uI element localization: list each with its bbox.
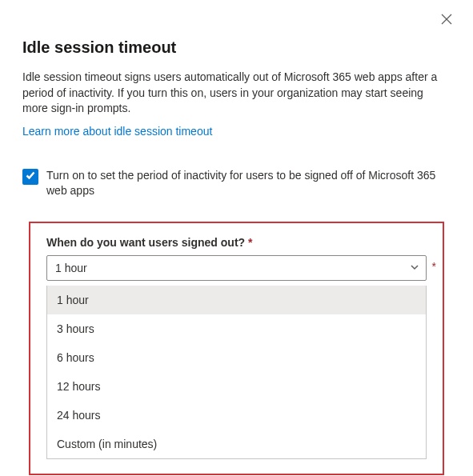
enable-checkbox[interactable]	[22, 169, 38, 185]
dropdown-option-24-hours[interactable]: 24 hours	[47, 401, 426, 430]
dropdown-option-6-hours[interactable]: 6 hours	[47, 343, 426, 372]
enable-checkbox-row: Turn on to set the period of inactivity …	[22, 168, 451, 199]
close-button[interactable]	[438, 11, 455, 29]
description-text: Idle session timeout signs users automat…	[22, 70, 451, 117]
timeout-select-value: 1 hour	[55, 262, 87, 274]
chevron-down-icon	[410, 262, 419, 274]
required-indicator-outer: *	[432, 260, 436, 273]
timeout-field-label: When do you want users signed out? *	[46, 236, 427, 249]
timeout-select[interactable]: 1 hour	[46, 255, 427, 281]
dropdown-option-1-hour[interactable]: 1 hour	[47, 286, 426, 314]
dropdown-option-custom[interactable]: Custom (in minutes)	[47, 430, 426, 458]
timeout-dropdown-list: 1 hour 3 hours 6 hours 12 hours 24 hours…	[46, 286, 427, 459]
required-indicator: *	[248, 236, 252, 249]
enable-checkbox-label[interactable]: Turn on to set the period of inactivity …	[46, 168, 451, 199]
close-icon	[441, 14, 452, 27]
timeout-field-label-text: When do you want users signed out?	[46, 236, 245, 249]
checkmark-icon	[25, 170, 36, 183]
idle-session-timeout-panel: Idle session timeout Idle session timeou…	[0, 0, 473, 476]
dropdown-option-12-hours[interactable]: 12 hours	[47, 372, 426, 401]
timeout-select-wrap: * 1 hour 1 hour 3 hours 6 hours 12 hours…	[46, 255, 427, 459]
page-title: Idle session timeout	[22, 38, 451, 57]
timeout-selection-box: When do you want users signed out? * * 1…	[29, 222, 444, 475]
learn-more-link[interactable]: Learn more about idle session timeout	[22, 125, 212, 138]
dropdown-option-3-hours[interactable]: 3 hours	[47, 314, 426, 343]
